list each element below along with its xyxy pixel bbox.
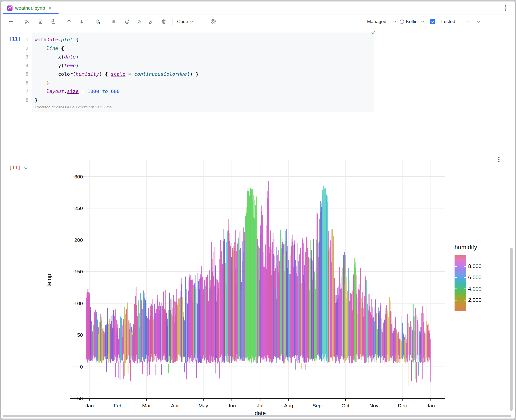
execution-count: [11] xyxy=(9,36,21,42)
x-tick-label: May xyxy=(198,403,208,408)
code-line[interactable]: y(temp) xyxy=(35,61,370,70)
run-cell-button[interactable] xyxy=(94,17,102,26)
kernel-selector[interactable]: Kotlin xyxy=(399,19,424,24)
y-tick-label: −50 xyxy=(74,396,83,401)
execution-status: Executed at 2024.04.04 12:49:57 in 2s 53… xyxy=(35,105,112,109)
code-line[interactable]: } xyxy=(35,79,370,87)
managed-dropdown[interactable]: Managed: xyxy=(367,19,396,24)
chevron-up-icon xyxy=(466,20,471,23)
trusted-checkbox[interactable]: Trusted xyxy=(430,19,455,24)
temp-vs-date-plot: JanFebMarAprMayJunJulAugSepOctNovDecJan3… xyxy=(1,154,516,419)
stop-icon xyxy=(111,19,117,25)
legend-tick-labels: 8,0006,0004,0002,000 xyxy=(454,255,510,311)
y-axis-title: temp xyxy=(46,274,52,286)
notebook-toolbar: Code Managed: Kotlin Trusted xyxy=(1,15,515,28)
x-tick-label: Sep xyxy=(312,403,321,408)
gear-icon xyxy=(210,18,217,25)
chevron-down-icon xyxy=(421,21,424,23)
x-tick-label: Jul xyxy=(257,403,264,408)
y-tick-label: 250 xyxy=(74,205,83,211)
trash-icon xyxy=(161,19,167,25)
x-tick-label: Aug xyxy=(284,403,293,408)
y-tick-label: 50 xyxy=(77,332,83,338)
x-tick-label: Apr xyxy=(171,403,179,408)
chevron-down-icon xyxy=(393,21,396,23)
cut-button[interactable] xyxy=(23,17,31,26)
kernel-label: Kotlin xyxy=(406,19,418,24)
x-tick-label: Jan xyxy=(427,403,435,408)
humidity-legend: humidity 8,0006,0004,0002,000 xyxy=(454,244,510,251)
y-tick-label: 150 xyxy=(74,269,83,274)
tab-bar: weather.ipynb × xyxy=(1,1,515,15)
legend-tick-mark xyxy=(464,277,466,278)
interrupt-kernel-button[interactable] xyxy=(110,17,118,26)
move-cell-down-button[interactable] xyxy=(77,17,86,26)
ide-window: weather.ipynb × xyxy=(0,1,516,419)
managed-label: Managed: xyxy=(367,19,388,24)
code-line[interactable]: } xyxy=(35,96,370,105)
paste-button[interactable] xyxy=(49,17,58,26)
broom-icon xyxy=(148,19,154,25)
legend-tick-mark xyxy=(455,300,457,300)
cell-success-check-icon xyxy=(371,30,376,36)
indent-guide xyxy=(47,53,47,79)
code-line[interactable]: line { xyxy=(35,44,370,53)
legend-tick-mark xyxy=(464,266,466,267)
code-line[interactable]: withDate.plot { xyxy=(35,35,370,44)
tab-weather-ipynb[interactable]: weather.ipynb × xyxy=(3,1,54,15)
y-tick-label: 0 xyxy=(80,364,83,370)
x-tick-label: Oct xyxy=(342,403,350,408)
legend-title: humidity xyxy=(455,244,510,251)
vertical-scrollbar[interactable] xyxy=(510,248,513,411)
clear-outputs-button[interactable] xyxy=(147,17,155,26)
x-tick-label: Nov xyxy=(369,403,378,408)
cell-type-dropdown[interactable]: Code xyxy=(177,19,193,24)
code-line[interactable]: color(humidity) { scale = continuousColo… xyxy=(35,70,370,79)
horizontal-scrollbar[interactable] xyxy=(3,415,511,417)
copy-button[interactable] xyxy=(36,17,44,26)
notebook-settings-button[interactable] xyxy=(209,17,218,26)
arrow-down-icon xyxy=(79,19,85,25)
close-icon[interactable]: × xyxy=(47,5,52,11)
delete-cell-button[interactable] xyxy=(160,17,168,26)
chevron-down-icon xyxy=(190,21,193,23)
legend-tick-label: 6,000 xyxy=(468,274,482,281)
y-tick-label: 100 xyxy=(74,301,83,306)
x-tick-label: Feb xyxy=(114,403,122,408)
legend-tick-mark xyxy=(455,266,457,267)
code-line[interactable]: x(date) xyxy=(35,53,370,61)
window-menu-kebab-icon[interactable] xyxy=(505,5,506,11)
add-cell-button[interactable] xyxy=(7,17,15,26)
x-tick-label: Jun xyxy=(228,403,236,408)
legend-tick-label: 8,000 xyxy=(468,263,482,269)
prev-cell-button[interactable] xyxy=(464,17,473,26)
checkbox-checked-icon xyxy=(430,19,435,24)
run-all-icon xyxy=(136,19,142,25)
legend-tick-mark xyxy=(455,288,457,289)
next-cell-button[interactable] xyxy=(474,17,482,26)
code-line[interactable]: layout.size = 1000 to 600 xyxy=(35,87,370,96)
legend-tick-label: 2,000 xyxy=(468,297,482,303)
chevron-down-icon xyxy=(476,20,480,23)
y-tick-label: 200 xyxy=(74,237,83,243)
run-all-button[interactable] xyxy=(135,17,143,26)
y-tick-label: 300 xyxy=(74,174,83,179)
x-tick-label: Jan xyxy=(86,403,94,408)
scissors-icon xyxy=(24,19,30,25)
code-editor[interactable]: withDate.plot { line { x(date) y(temp) c… xyxy=(35,35,370,104)
x-tick-label: Mar xyxy=(142,403,151,408)
line-numbers: 12345678 xyxy=(20,35,28,104)
legend-tick-mark xyxy=(464,288,466,289)
trusted-label: Trusted xyxy=(440,19,455,24)
restart-icon xyxy=(124,19,130,25)
copy-icon xyxy=(37,19,43,25)
move-cell-up-button[interactable] xyxy=(65,17,73,26)
temp-line-series xyxy=(86,181,431,386)
legend-tick-mark xyxy=(464,300,466,300)
restart-kernel-button[interactable] xyxy=(123,17,131,26)
paste-icon xyxy=(51,19,56,25)
legend-tick-label: 4,000 xyxy=(468,286,482,292)
plus-icon xyxy=(8,19,14,25)
arrow-up-icon xyxy=(66,19,72,25)
active-tab-indicator xyxy=(3,13,59,14)
